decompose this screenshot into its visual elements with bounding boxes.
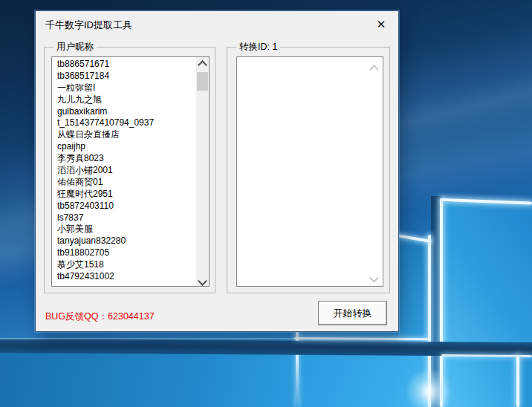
- app-window: 千牛数字ID提取工具 ✕ 用户昵称 tb886571671tb368517184…: [35, 10, 399, 332]
- wallpaper-pane: [0, 351, 299, 407]
- list-item[interactable]: 狂魔时代2951: [52, 189, 196, 201]
- window-title: 千牛数字ID提取工具: [45, 19, 132, 32]
- list-item[interactable]: 慕少艾1518: [52, 259, 196, 271]
- list-item[interactable]: tanyajuan832280: [52, 235, 196, 247]
- wallpaper-pane: [520, 355, 532, 407]
- wallpaper-pane: [441, 202, 532, 343]
- start-convert-button[interactable]: 开始转换: [318, 301, 387, 325]
- group-converted-ids: 转换ID: 1: [227, 47, 390, 293]
- list-item[interactable]: tb4792431002: [52, 271, 196, 283]
- bug-feedback-text: BUG反馈QQ：623044137: [45, 310, 155, 323]
- group-nicknames-label: 用户昵称: [53, 41, 97, 53]
- list-item[interactable]: gulbaxikarim: [52, 106, 196, 118]
- wallpaper-pane: [441, 355, 520, 407]
- close-icon[interactable]: ✕: [374, 17, 389, 32]
- chevron-up-icon: [198, 60, 207, 70]
- list-item[interactable]: 一粒弥留I: [52, 82, 196, 94]
- desktop-wallpaper: 千牛数字ID提取工具 ✕ 用户昵称 tb886571671tb368517184…: [0, 0, 532, 407]
- scrollbar-thumb[interactable]: [197, 72, 208, 91]
- list-item[interactable]: ls7837: [52, 212, 196, 224]
- list-item[interactable]: tb886571671: [52, 59, 196, 71]
- converted-listbox[interactable]: [236, 56, 383, 287]
- chevron-up-icon: [369, 65, 379, 74]
- list-item[interactable]: tb368517184: [52, 71, 196, 82]
- wallpaper-glow-line: [0, 338, 294, 339]
- list-item[interactable]: 李秀真8023: [52, 153, 196, 165]
- list-item[interactable]: 九儿九之旭: [52, 94, 196, 106]
- list-item[interactable]: t_1514377410794_0937: [52, 117, 196, 129]
- group-converted-label: 转换ID: 1: [236, 41, 280, 53]
- title-bar[interactable]: 千牛数字ID提取工具 ✕: [36, 11, 398, 38]
- list-item[interactable]: 小郭美服: [52, 224, 196, 235]
- scroll-up-button[interactable]: [369, 62, 379, 72]
- wallpaper-pane: [399, 236, 431, 343]
- list-item[interactable]: tb918802705: [52, 247, 196, 259]
- nickname-scrollbar[interactable]: [196, 57, 209, 286]
- nickname-list: tb886571671tb368517184一粒弥留I九儿九之旭gulbaxik…: [52, 59, 196, 283]
- chevron-down-icon: [369, 273, 379, 283]
- list-item[interactable]: cpaijhp: [52, 141, 196, 153]
- nickname-listbox[interactable]: tb886571671tb368517184一粒弥留I九儿九之旭gulbaxik…: [51, 56, 210, 287]
- scroll-up-button[interactable]: [196, 57, 209, 69]
- list-item[interactable]: 滔滔小铺2001: [52, 165, 196, 177]
- list-item[interactable]: 佑佑商贸01: [52, 177, 196, 189]
- wallpaper-glow-line: [516, 356, 519, 407]
- scroll-down-button[interactable]: [196, 274, 209, 286]
- list-item[interactable]: tb5872403110: [52, 201, 196, 212]
- wallpaper-flare: [405, 368, 452, 407]
- chevron-down-icon: [198, 276, 207, 286]
- scroll-down-button[interactable]: [369, 271, 379, 281]
- list-item[interactable]: 从蝶日杂直播店: [52, 129, 196, 141]
- group-nicknames: 用户昵称 tb886571671tb368517184一粒弥留I九儿九之旭gul…: [44, 47, 215, 293]
